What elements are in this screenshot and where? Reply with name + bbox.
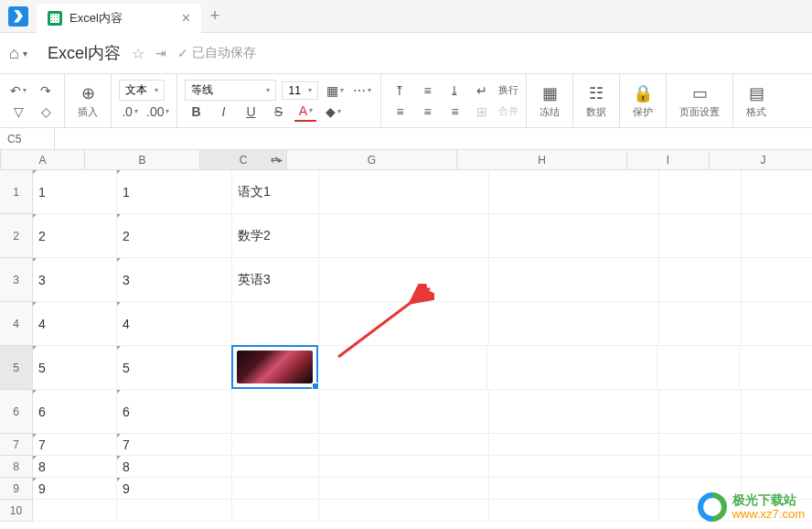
cell[interactable]: [659, 456, 742, 478]
align-left-button[interactable]: ≡: [389, 102, 411, 122]
cell[interactable]: 1: [33, 170, 117, 214]
cell[interactable]: [659, 302, 742, 346]
cell[interactable]: 5: [117, 346, 232, 390]
cell[interactable]: [319, 214, 489, 258]
column-header-A[interactable]: A: [1, 150, 85, 170]
cell[interactable]: 8: [33, 456, 117, 478]
cell[interactable]: [742, 258, 812, 302]
cell[interactable]: [489, 390, 659, 434]
border-button[interactable]: ▦: [324, 81, 346, 101]
cell[interactable]: [489, 478, 659, 500]
cell[interactable]: [319, 500, 489, 522]
cell[interactable]: [319, 258, 489, 302]
format-button[interactable]: ▤格式: [741, 80, 772, 123]
cell[interactable]: [742, 170, 812, 214]
cell[interactable]: 3: [117, 258, 232, 302]
cell[interactable]: [489, 302, 659, 346]
strikethrough-button[interactable]: S: [267, 102, 289, 122]
page-setup-button[interactable]: ▭页面设置: [674, 80, 725, 123]
cell[interactable]: [489, 456, 659, 478]
decimal-increase-button[interactable]: .00: [146, 102, 169, 122]
data-button[interactable]: ☷数据: [581, 80, 612, 123]
row-header-4[interactable]: 4: [0, 302, 33, 346]
cell[interactable]: [742, 390, 812, 434]
cell[interactable]: 9: [33, 478, 117, 500]
cell[interactable]: [232, 456, 319, 478]
cell[interactable]: 8: [117, 456, 232, 478]
cell[interactable]: [659, 258, 742, 302]
cell[interactable]: 6: [117, 390, 232, 434]
embedded-image[interactable]: [237, 351, 313, 383]
row-header-9[interactable]: 9: [0, 478, 33, 500]
cell[interactable]: [487, 346, 657, 390]
more-font-button[interactable]: ⋯: [351, 81, 373, 101]
cell[interactable]: [740, 346, 812, 390]
font-color-button[interactable]: A: [294, 102, 316, 122]
column-header-G[interactable]: G: [287, 150, 457, 170]
cell[interactable]: [319, 456, 489, 478]
home-button[interactable]: ⌂ ▾: [9, 44, 27, 63]
cell[interactable]: 9: [117, 478, 232, 500]
cell[interactable]: 5: [33, 346, 117, 390]
align-top-button[interactable]: ⤒: [389, 81, 411, 101]
wrap-button[interactable]: 换行: [498, 83, 518, 97]
row-header-1[interactable]: 1: [0, 170, 33, 214]
cell[interactable]: 7: [33, 434, 117, 456]
cell[interactable]: 6: [33, 390, 117, 434]
new-tab-button[interactable]: +: [201, 6, 229, 26]
cell[interactable]: [319, 302, 489, 346]
cell[interactable]: 7: [117, 434, 232, 456]
cell[interactable]: [489, 170, 659, 214]
cell[interactable]: 2: [117, 214, 232, 258]
cell[interactable]: [742, 456, 812, 478]
protect-button[interactable]: 🔒保护: [627, 80, 658, 123]
cell[interactable]: [319, 478, 489, 500]
star-icon[interactable]: ☆: [132, 45, 144, 62]
cell[interactable]: [489, 500, 659, 522]
document-tab[interactable]: Excel内容 ×: [37, 4, 201, 33]
font-size-dropdown[interactable]: 11: [282, 81, 318, 100]
align-middle-button[interactable]: ≡: [416, 81, 438, 101]
row-header-6[interactable]: 6: [0, 390, 33, 434]
cell[interactable]: 1: [117, 170, 232, 214]
cell[interactable]: 2: [33, 214, 117, 258]
bold-button[interactable]: B: [185, 102, 207, 122]
cell[interactable]: [232, 434, 319, 456]
align-center-button[interactable]: ≡: [416, 102, 438, 122]
underline-button[interactable]: U: [240, 102, 262, 122]
cell[interactable]: [659, 214, 742, 258]
font-family-dropdown[interactable]: 等线: [185, 80, 276, 101]
cell-reference[interactable]: C5: [0, 128, 55, 149]
row-header-2[interactable]: 2: [0, 214, 33, 258]
column-header-H[interactable]: H: [457, 150, 627, 170]
cell[interactable]: [319, 390, 489, 434]
cell[interactable]: [319, 170, 489, 214]
cell[interactable]: 英语3: [232, 258, 319, 302]
insert-button[interactable]: ⊕ 插入: [72, 80, 103, 123]
filter-icon[interactable]: ⇄▸: [271, 155, 283, 165]
italic-button[interactable]: I: [212, 102, 234, 122]
cell[interactable]: [117, 500, 232, 522]
cell[interactable]: [659, 170, 742, 214]
decimal-decrease-button[interactable]: .0: [119, 102, 141, 122]
row-header-7[interactable]: 7: [0, 434, 33, 456]
column-header-C[interactable]: C⇄▸: [200, 150, 287, 170]
cell[interactable]: [657, 346, 740, 390]
cell[interactable]: [319, 434, 489, 456]
freeze-button[interactable]: ▦冻结: [534, 80, 565, 123]
undo-button[interactable]: ↶: [7, 81, 29, 101]
cell[interactable]: 数学2: [232, 214, 319, 258]
column-header-B[interactable]: B: [85, 150, 200, 170]
cell[interactable]: [232, 500, 319, 522]
cell[interactable]: [742, 302, 812, 346]
merge-button[interactable]: 合并: [498, 104, 518, 118]
cell[interactable]: [232, 390, 319, 434]
align-bottom-button[interactable]: ⤓: [443, 81, 465, 101]
cell[interactable]: 4: [117, 302, 232, 346]
cell[interactable]: [232, 478, 319, 500]
row-header-8[interactable]: 8: [0, 456, 33, 478]
align-right-button[interactable]: ≡: [443, 102, 465, 122]
cell[interactable]: [742, 434, 812, 456]
move-icon[interactable]: ⇥: [155, 46, 166, 60]
column-header-J[interactable]: J: [710, 150, 812, 170]
